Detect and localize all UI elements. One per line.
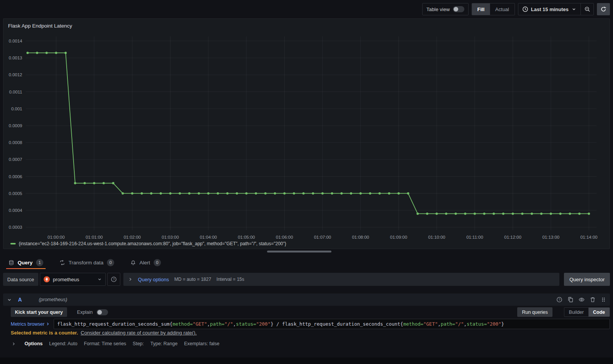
explain-control: Explain [77,309,108,315]
bottom-strip [0,357,613,364]
top-toolbar: Table view Fill Actual Last 15 minutes [422,3,610,15]
tab-query[interactable]: Query 1 [6,256,46,269]
svg-text:01:00:00: 01:00:00 [48,235,65,239]
query-toolbar-row: Kick start your query Explain Run querie… [11,307,610,317]
fill-button[interactable]: Fill [472,3,490,15]
drag-handle-icon[interactable] [601,297,606,303]
svg-text:0.0006: 0.0006 [9,174,22,179]
svg-text:0.0009: 0.0009 [9,123,22,128]
svg-text:01:05:00: 01:05:00 [238,235,255,239]
table-view-toggle[interactable] [453,6,464,12]
svg-text:0.001: 0.001 [11,107,22,111]
interval-text: Interval = 15s [216,277,244,282]
chevron-down-icon [97,277,102,282]
svg-text:01:14:00: 01:14:00 [580,235,598,239]
query-ref-id: A [18,297,22,303]
kick-start-query-button[interactable]: Kick start your query [11,307,67,317]
chevron-down-icon [571,7,577,12]
options-summary-items: Legend: AutoFormat: Time seriesStep:Type… [49,341,220,346]
collapse-chevron-icon[interactable] [7,297,12,302]
rate-hint-link[interactable]: Consider calculating rate of counter by … [81,330,197,336]
explain-label: Explain [77,310,93,315]
tab-transform-label: Transform data [69,260,103,266]
datasource-row: Data source prometheus ? Query options M… [3,273,610,286]
options-summary-item: Type: Range [151,341,178,346]
warning-text: Selected metric is a counter. [11,330,78,336]
chevron-right-icon [11,342,16,346]
panel-title[interactable]: Flask App Endpoint Latency [8,23,72,29]
svg-text:0.0012: 0.0012 [9,72,22,77]
refresh-icon [600,6,606,12]
refresh-button[interactable] [597,3,610,15]
database-icon [8,260,14,266]
latency-chart[interactable]: 0.00140.00130.00120.00110.0010.00090.000… [7,33,604,241]
time-range-button[interactable]: Last 15 minutes [518,3,580,15]
svg-text:01:07:00: 01:07:00 [314,235,331,239]
tab-alert[interactable]: Alert 0 [128,256,163,269]
svg-text:01:03:00: 01:03:00 [162,235,179,239]
options-summary-item: Legend: Auto [49,341,77,346]
metrics-browser-button[interactable]: Metrics browser [11,321,50,327]
tab-transform-data[interactable]: Transform data 0 [57,256,116,269]
query-options-link[interactable]: Query options [138,277,169,282]
datasource-select[interactable]: prometheus [40,273,106,286]
svg-text:0.0004: 0.0004 [9,208,23,213]
svg-text:0.0013: 0.0013 [9,56,22,60]
editor-tabs: Query 1 Transform data 0 Alert 0 [6,256,163,269]
zoom-out-button[interactable] [580,3,593,15]
tab-query-label: Query [18,260,33,266]
query-inspector-button[interactable]: Query inspector [564,273,610,286]
tab-alert-badge: 0 [154,259,161,266]
actual-button[interactable]: Actual [490,3,515,15]
svg-text:01:09:00: 01:09:00 [390,235,407,239]
series-color-dash [10,243,16,244]
chevron-right-icon[interactable] [128,277,133,282]
metrics-browser-label: Metrics browser [11,321,44,327]
query-row-actions: ? [556,297,606,303]
run-queries-button[interactable]: Run queries [517,307,552,317]
explain-toggle[interactable] [97,309,108,315]
svg-text:01:13:00: 01:13:00 [542,235,559,239]
builder-button[interactable]: Builder [564,308,588,316]
code-button[interactable]: Code [588,308,610,316]
legend-item[interactable]: {instance="ec2-184-169-216-224.us-west-1… [10,241,286,246]
options-summary-item: Format: Time series [84,341,126,346]
eye-icon[interactable] [579,297,585,303]
query-options-bar: Query options MD = auto = 1827 Interval … [123,273,559,286]
builder-code-segment: Builder Code [564,307,610,317]
datasource-label: Data source [3,273,38,286]
series-legend-label: {instance="ec2-184-169-216-224.us-west-1… [19,241,286,246]
options-row[interactable]: Options Legend: AutoFormat: Time seriesS… [11,339,610,348]
svg-text:01:01:00: 01:01:00 [85,235,103,239]
latency-panel: Flask App Endpoint Latency 0.00140.00130… [3,18,610,249]
chevron-right-icon [46,322,50,326]
svg-text:0.0008: 0.0008 [9,140,22,145]
svg-text:0.0007: 0.0007 [9,157,22,162]
help-icon[interactable]: ? [556,297,562,303]
horizontal-scrollbar-thumb[interactable] [267,251,331,253]
prometheus-icon [44,276,50,282]
svg-text:01:02:00: 01:02:00 [124,235,141,239]
grafana-panel-editor: Table view Fill Actual Last 15 minutes [0,0,613,364]
options-summary-item: Step: [133,341,144,346]
fill-actual-segment: Fill Actual [472,3,515,15]
svg-text:01:10:00: 01:10:00 [428,235,445,239]
tab-query-badge: 1 [36,259,43,266]
query-editor-row: Metrics browser flask_http_request_durat… [11,319,610,329]
options-summary-item: Exemplars: false [184,341,219,346]
datasource-help-button[interactable]: ? [107,273,120,286]
svg-text:0.0014: 0.0014 [9,39,23,43]
transform-icon [59,260,65,266]
bell-icon [130,260,136,266]
trash-icon[interactable] [590,297,596,303]
query-a-row[interactable]: A (prometheus) ? [3,293,610,306]
svg-text:01:12:00: 01:12:00 [504,235,521,239]
duplicate-icon[interactable] [567,297,574,303]
svg-text:?: ? [559,298,561,302]
counter-warning: Selected metric is a counter. Consider c… [11,330,197,336]
clock-icon [522,6,528,12]
query-expression[interactable]: flask_http_request_duration_seconds_sum{… [54,319,610,329]
table-view-label: Table view [426,7,450,12]
time-range-label: Last 15 minutes [531,7,569,12]
options-label: Options [25,341,43,346]
